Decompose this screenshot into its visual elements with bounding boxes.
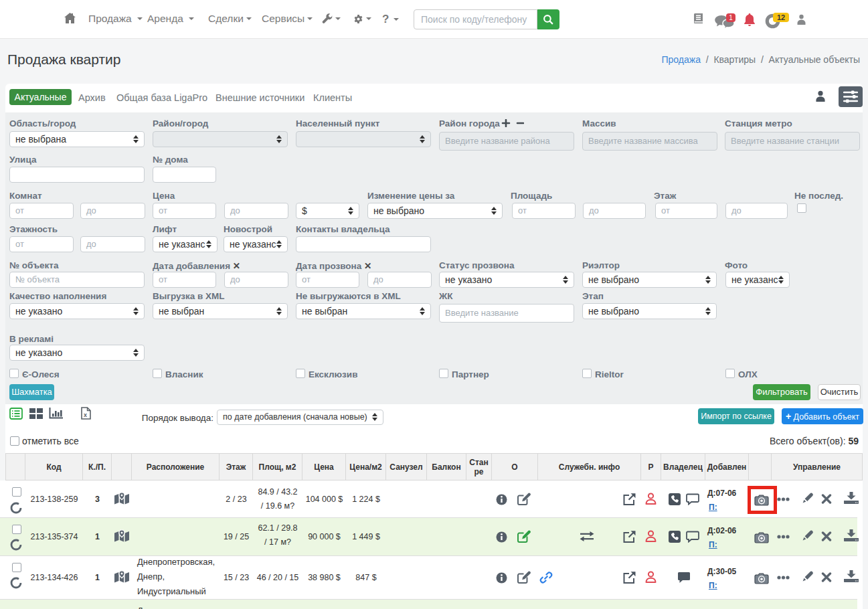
svg-text:x: x (84, 412, 87, 418)
